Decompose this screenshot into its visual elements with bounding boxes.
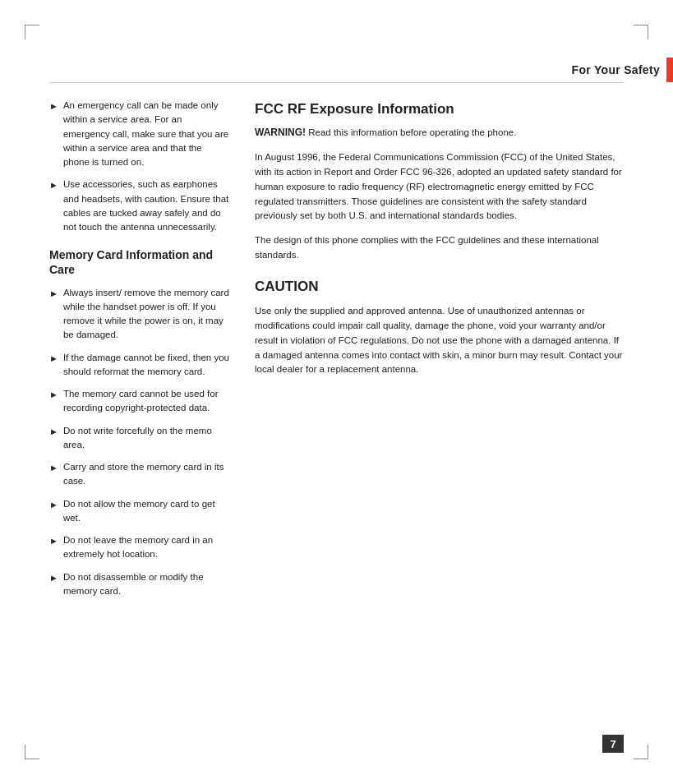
page-header: For Your Safety xyxy=(572,58,673,82)
header-title: For Your Safety xyxy=(572,63,666,76)
mc-bullet-1: ► Always insert/ remove the memory card … xyxy=(49,286,230,343)
fcc-heading: FCC RF Exposure Information xyxy=(255,99,624,120)
header-divider xyxy=(49,82,624,83)
left-column: ► An emergency call can be made only wit… xyxy=(49,99,230,718)
bullet-arrow-icon: ► xyxy=(49,99,58,113)
mc-bullet-4: ► Do not write forcefully on the memo ar… xyxy=(49,424,230,453)
memory-card-bullet-list: ► Always insert/ remove the memory card … xyxy=(49,286,230,599)
right-column: FCC RF Exposure Information WARNING! Rea… xyxy=(255,99,624,718)
mc-bullet-3-text: The memory card cannot be used for recor… xyxy=(63,387,230,416)
warning-para: WARNING! Read this information before op… xyxy=(255,125,624,141)
intro-bullet-1: ► An emergency call can be made only wit… xyxy=(49,99,230,169)
corner-mark-bl xyxy=(25,745,39,759)
mc-bullet-1-text: Always insert/ remove the memory card wh… xyxy=(63,286,230,343)
mc-bullet-2: ► If the damage cannot be fixed, then yo… xyxy=(49,351,230,380)
mc-bullet-2-text: If the damage cannot be fixed, then you … xyxy=(63,351,230,380)
caution-heading: CAUTION xyxy=(255,276,624,297)
intro-bullet-list: ► An emergency call can be made only wit… xyxy=(49,99,230,234)
warning-label: WARNING! xyxy=(255,127,306,138)
mc-bullet-5-text: Carry and store the memory card in its c… xyxy=(63,460,230,489)
bullet-arrow-icon: ► xyxy=(49,388,58,402)
bullet-arrow-icon: ► xyxy=(49,571,58,585)
bullet-arrow-icon: ► xyxy=(49,461,58,475)
corner-mark-tr xyxy=(634,25,648,39)
bullet-arrow-icon: ► xyxy=(49,534,58,548)
mc-bullet-6: ► Do not allow the memory card to get we… xyxy=(49,497,230,526)
caution-text: Use only the supplied and approved anten… xyxy=(255,304,624,377)
intro-bullet-1-text: An emergency call can be made only withi… xyxy=(63,99,230,169)
bullet-arrow-icon: ► xyxy=(49,425,58,439)
page-number: 7 xyxy=(602,735,624,753)
page: For Your Safety ► An emergency call can … xyxy=(0,0,673,784)
corner-mark-br xyxy=(634,745,648,759)
intro-bullet-2: ► Use accessories, such as earphones and… xyxy=(49,178,230,234)
mc-bullet-4-text: Do not write forcefully on the memo area… xyxy=(63,424,230,453)
memory-card-heading: Memory Card Information and Care xyxy=(49,247,230,277)
header-accent-bar xyxy=(666,58,673,82)
fcc-para2: The design of this phone complies with t… xyxy=(255,233,624,263)
mc-bullet-7: ► Do not leave the memory card in an ext… xyxy=(49,533,230,562)
bullet-arrow-icon: ► xyxy=(49,498,58,512)
main-content: ► An emergency call can be made only wit… xyxy=(49,99,624,718)
mc-bullet-5: ► Carry and store the memory card in its… xyxy=(49,460,230,489)
fcc-para1: In August 1996, the Federal Communicatio… xyxy=(255,150,624,224)
mc-bullet-8-text: Do not disassemble or modify the memory … xyxy=(63,570,230,599)
bullet-arrow-icon: ► xyxy=(49,352,58,366)
mc-bullet-6-text: Do not allow the memory card to get wet. xyxy=(63,497,230,526)
mc-bullet-3: ► The memory card cannot be used for rec… xyxy=(49,387,230,416)
bullet-arrow-icon: ► xyxy=(49,178,58,192)
intro-bullet-2-text: Use accessories, such as earphones and h… xyxy=(63,178,230,234)
warning-text: Read this information before operating t… xyxy=(306,127,516,137)
bullet-arrow-icon: ► xyxy=(49,287,58,301)
corner-mark-tl xyxy=(25,25,39,39)
mc-bullet-7-text: Do not leave the memory card in an extre… xyxy=(63,533,230,562)
mc-bullet-8: ► Do not disassemble or modify the memor… xyxy=(49,570,230,599)
